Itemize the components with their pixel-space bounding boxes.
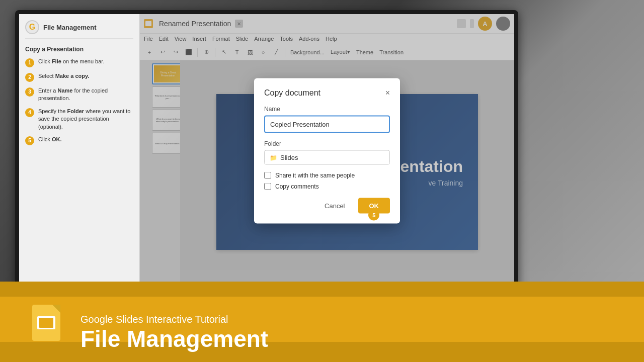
folder-icon: 📁 [270,154,277,161]
sidebar-title: File Management [43,24,96,31]
step-number-3: 3 [25,87,34,97]
section-title: Copy a Presentation [25,46,133,53]
dialog-close-button[interactable]: × [385,89,390,97]
banner-icon-area [30,303,70,348]
slides-logo-big [32,305,68,346]
step-text-3: Enter a Name for the copied presentation… [38,87,133,103]
share-checkbox[interactable] [264,172,271,179]
banner-subtitle: Google Slides Interactive Tutorial [80,314,268,325]
comments-checkbox-label: Copy comments [275,183,319,190]
step-text-1: Click File on the menu bar. [38,58,104,65]
slides-main: Renamed Presentation ✕ A File Edit View … [140,14,514,288]
share-checkbox-row: Share it with the same people [264,172,390,179]
banner-main-title: File Management [80,326,268,352]
cancel-button[interactable]: Cancel [315,198,354,214]
steps-list: 1 Click File on the menu bar. 2 Select M… [25,58,133,145]
step-number-4: 4 [25,108,34,117]
bottom-banner: Google Slides Interactive Tutorial File … [0,272,644,362]
step-number-5: 5 [25,136,34,145]
dialog-title: Copy document [264,88,320,98]
step-number-2: 2 [25,73,34,82]
step-text-4: Specify the Folder where you want to sav… [38,108,133,131]
dialog-folder-field[interactable]: 📁 Slides [264,150,390,165]
dialog-folder-label: Folder [264,140,390,147]
slides-work-area: 1 Giving a Great Presentation 2 What kin… [140,60,514,284]
step-bubble-5: 5 [368,210,379,221]
dialog-header: Copy document × [264,88,390,98]
share-checkbox-label: Share it with the same people [275,172,355,179]
slides-logo-screen [37,316,55,329]
dialog-name-input[interactable] [264,116,390,133]
copy-document-dialog: Copy document × Name Folder 📁 Slides Sha… [254,78,400,224]
step-text-5: Click OK. [38,136,61,143]
comments-checkbox[interactable] [264,183,271,190]
slides-logo-inner [39,318,53,328]
step-item-3: 3 Enter a Name for the copied presentati… [25,87,133,103]
banner-content: Google Slides Interactive Tutorial File … [80,314,268,352]
dialog-buttons: Cancel OK 5 [264,198,390,214]
monitor: G File Management Copy a Presentation 1 … [15,10,518,292]
step-item-2: 2 Select Make a copy. [25,72,133,82]
dialog-folder-value: Slides [280,154,298,161]
comments-checkbox-row: Copy comments [264,183,390,190]
dialog-name-label: Name [264,106,390,113]
sidebar-header: G File Management [25,20,133,39]
ok-button-wrapper: OK 5 [358,198,390,214]
slides-logo-page [32,305,60,341]
step-item-4: 4 Specify the Folder where you want to s… [25,108,133,131]
sidebar: G File Management Copy a Presentation 1 … [19,14,140,288]
g-logo-icon: G [25,20,39,34]
step-number-1: 1 [25,58,34,67]
step-text-2: Select Make a copy. [38,72,89,80]
screen-content: G File Management Copy a Presentation 1 … [19,14,514,288]
step-item-5: 5 Click OK. [25,136,133,145]
step-item-1: 1 Click File on the menu bar. [25,58,133,67]
slides-logo-fold [52,305,60,313]
